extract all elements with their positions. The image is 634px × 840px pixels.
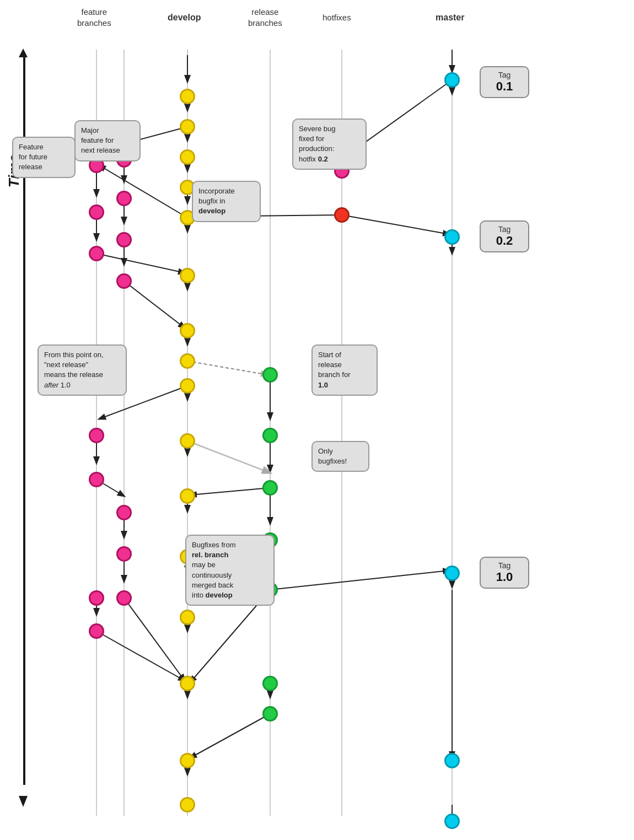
develop-node-16 [180,797,195,812]
time-axis-arrow-top [19,49,28,57]
svg-line-41 [187,361,267,375]
feature2-node-2 [116,191,132,206]
develop-node-13 [180,610,195,625]
feature1-node-2 [89,204,104,220]
develop-node-3 [180,149,195,165]
col-header-feature-branches: feature branches [77,7,111,28]
tag-01: Tag 0.1 [480,66,529,98]
develop-node-11 [180,488,195,504]
callout-severe-bug: Severe bugfixed forproduction:hotfix 0.2 [292,119,367,170]
develop-node-15 [180,753,195,768]
master-node-1 [444,72,460,88]
svg-line-29 [124,281,185,328]
time-axis-arrow-bottom [19,796,28,807]
col-header-release-branches: release branches [248,7,282,28]
callout-feature-future: Featurefor futurerelease [12,137,76,178]
callout-major-feature: Majorfeature fornext release [74,120,141,161]
release-node-2 [262,428,278,443]
svg-line-36 [96,631,185,681]
master-node-5 [444,814,460,829]
release-node-7 [262,706,278,721]
feature3-node-1 [89,428,104,443]
col-header-master: master [436,12,464,24]
feature1-node-3 [89,246,104,261]
svg-line-39 [342,215,449,234]
master-node-2 [444,229,460,245]
svg-line-51 [187,441,270,473]
tag-02: Tag 0.2 [480,220,529,252]
tag-10: Tag 1.0 [480,557,529,589]
git-flow-diagram: feature branches develop release branche… [0,0,634,840]
release-node-6 [262,676,278,691]
svg-line-47 [190,488,270,495]
feature2-node-3 [116,232,132,247]
develop-node-7 [180,323,195,338]
develop-node-9 [180,378,195,394]
develop-node-10 [180,433,195,449]
feature4-node-3 [116,590,132,606]
svg-line-50 [190,714,270,758]
master-node-3 [444,566,460,581]
feature4-node-1 [116,505,132,520]
svg-line-37 [124,598,185,681]
svg-line-21 [99,165,187,218]
callout-from-this-point: From this point on,"next release"means t… [37,344,127,396]
col-header-develop: develop [168,12,201,24]
develop-node-14 [180,676,195,691]
feature3-node-3 [89,590,104,606]
callout-start-release-branch: Start ofreleasebranch for1.0 [311,344,378,396]
svg-line-46 [270,570,449,590]
release-node-3 [262,480,278,496]
svg-line-24 [96,254,185,273]
develop-node-2 [180,119,195,134]
master-node-4 [444,753,460,768]
feature3-node-2 [89,472,104,487]
hotfix-node-red [334,207,350,223]
release-node-1 [262,367,278,383]
feature4-node-2 [116,546,132,562]
develop-node-1 [180,89,195,104]
callout-only-bugfixes: Onlybugfixes! [311,441,369,472]
develop-node-6 [180,268,195,283]
callout-bugfixes-rel-branch: Bugfixes fromrel. branchmay becontinuous… [185,535,275,606]
callout-incorporate-bugfix: Incorporatebugfix indevelop [192,181,261,222]
feature3-node-4 [89,623,104,639]
col-header-hotfixes: hotfixes [323,12,351,23]
feature2-node-4 [116,273,132,289]
develop-node-8 [180,353,195,369]
